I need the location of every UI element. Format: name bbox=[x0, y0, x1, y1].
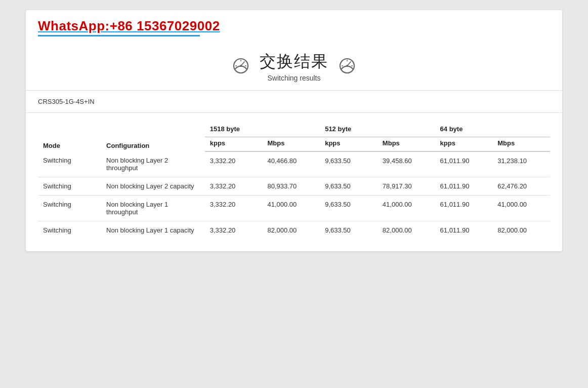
row4-config: Non blocking Layer 1 capacity bbox=[101, 221, 205, 240]
subheader-kpps-2: kpps bbox=[320, 137, 377, 152]
row4-v2: 82,000.00 bbox=[262, 221, 320, 240]
blue-underline bbox=[38, 35, 200, 36]
row2-v6: 62,476.20 bbox=[492, 177, 550, 196]
whatsapp-text: WhatsApp:+86 15367029002 bbox=[38, 18, 550, 34]
col-mode-header: Mode bbox=[38, 121, 101, 151]
row2-mode: Switching bbox=[38, 177, 101, 196]
row1-v3: 9,633.50 bbox=[320, 151, 377, 177]
header-bar: WhatsApp:+86 15367029002 bbox=[26, 10, 562, 36]
table-row: Switching Non blocking Layer 2 capacity … bbox=[38, 177, 550, 196]
speedometer-right-icon bbox=[338, 55, 357, 78]
table-row: Switching Non blocking Layer 1 throughpu… bbox=[38, 196, 550, 221]
title-section: 交换结果 Switching results bbox=[26, 45, 562, 90]
row4-v3: 9,633.50 bbox=[320, 221, 377, 240]
title-english: Switching results bbox=[260, 74, 328, 82]
subheader-mbps-1: Mbps bbox=[262, 137, 320, 152]
row1-config: Non blocking Layer 2 throughput bbox=[101, 151, 205, 177]
subheader-mbps-2: Mbps bbox=[377, 137, 435, 152]
subheader-mbps-3: Mbps bbox=[492, 137, 550, 152]
svg-point-8 bbox=[346, 65, 348, 67]
row1-v5: 61,011.90 bbox=[435, 151, 493, 177]
table-container: Mode Configuration 1518 byte 512 byte 64… bbox=[26, 121, 562, 251]
row1-v2: 40,466.80 bbox=[262, 151, 320, 177]
svg-point-2 bbox=[240, 65, 242, 67]
row4-v5: 61,011.90 bbox=[435, 221, 493, 240]
device-row: CRS305-1G-4S+IN bbox=[26, 90, 562, 113]
title-chinese: 交换结果 bbox=[260, 51, 328, 73]
byte-header-1518: 1518 byte bbox=[205, 121, 320, 137]
device-name: CRS305-1G-4S+IN bbox=[38, 98, 95, 105]
subheader-kpps-3: kpps bbox=[435, 137, 493, 152]
row2-v2: 80,933.70 bbox=[262, 177, 320, 196]
row3-mode: Switching bbox=[38, 196, 101, 221]
row4-v1: 3,332.20 bbox=[205, 221, 263, 240]
row1-v6: 31,238.10 bbox=[492, 151, 550, 177]
subheader-kpps-1: kpps bbox=[205, 137, 263, 152]
row1-v1: 3,332.20 bbox=[205, 151, 263, 177]
results-table: Mode Configuration 1518 byte 512 byte 64… bbox=[38, 121, 550, 239]
col-config-header: Configuration bbox=[101, 121, 205, 151]
row4-v4: 82,000.00 bbox=[377, 221, 435, 240]
row2-v3: 9,633.50 bbox=[320, 177, 377, 196]
row3-config: Non blocking Layer 1 throughput bbox=[101, 196, 205, 221]
byte-header-512: 512 byte bbox=[320, 121, 435, 137]
row3-v4: 41,000.00 bbox=[377, 196, 435, 221]
table-row: Switching Non blocking Layer 1 capacity … bbox=[38, 221, 550, 240]
row4-mode: Switching bbox=[38, 221, 101, 240]
page-container: WhatsApp:+86 15367029002 交换结果 Switching … bbox=[0, 0, 588, 388]
row2-v1: 3,332.20 bbox=[205, 177, 263, 196]
speedometer-left-icon bbox=[231, 55, 250, 78]
row3-v3: 9,633.50 bbox=[320, 196, 377, 221]
row1-v4: 39,458.60 bbox=[377, 151, 435, 177]
row2-config: Non blocking Layer 2 capacity bbox=[101, 177, 205, 196]
title-block: 交换结果 Switching results bbox=[260, 51, 328, 82]
row3-v5: 61,011.90 bbox=[435, 196, 493, 221]
row2-v4: 78,917.30 bbox=[377, 177, 435, 196]
row2-v5: 61,011.90 bbox=[435, 177, 493, 196]
row3-v6: 41,000.00 bbox=[492, 196, 550, 221]
row4-v6: 82,000.00 bbox=[492, 221, 550, 240]
table-row: Switching Non blocking Layer 2 throughpu… bbox=[38, 151, 550, 177]
row3-v2: 41,000.00 bbox=[262, 196, 320, 221]
table-header-group: Mode Configuration 1518 byte 512 byte 64… bbox=[38, 121, 550, 137]
row3-v1: 3,332.20 bbox=[205, 196, 263, 221]
row1-mode: Switching bbox=[38, 151, 101, 177]
byte-header-64: 64 byte bbox=[435, 121, 550, 137]
main-card: WhatsApp:+86 15367029002 交换结果 Switching … bbox=[26, 10, 562, 251]
